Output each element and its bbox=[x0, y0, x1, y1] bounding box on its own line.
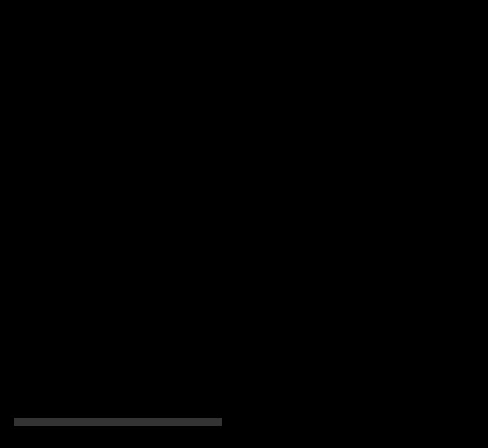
near-xray-window: { "header": { "title": "NEAR X-Ray Analy… bbox=[0, 0, 488, 448]
spectrogram-image bbox=[34, 21, 312, 352]
colorbar-gradient bbox=[14, 418, 222, 426]
